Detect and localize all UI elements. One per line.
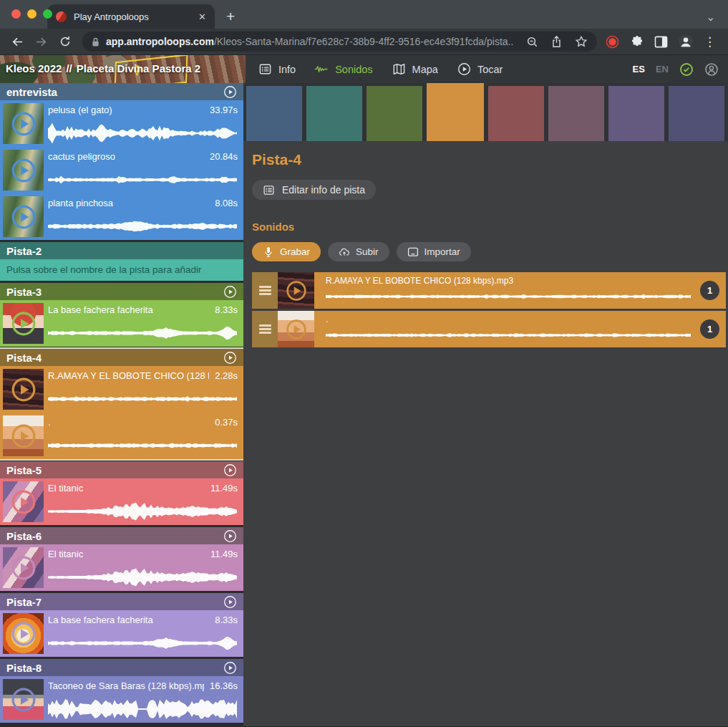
play-track-button[interactable] [223, 661, 237, 675]
account-icon[interactable] [704, 62, 719, 77]
play-track-button[interactable] [223, 85, 237, 99]
sound-waveform[interactable] [48, 216, 238, 237]
tab-search-chevron-icon[interactable]: ⌄ [706, 11, 715, 24]
nav-tocar[interactable]: Tocar [457, 62, 503, 76]
lang-es-button[interactable]: ES [633, 64, 645, 74]
sound-thumbnail[interactable] [3, 369, 44, 410]
browser-tab[interactable]: Play Antropoloops ✕ [47, 4, 215, 29]
sound-thumbnail[interactable] [3, 103, 44, 144]
drag-handle[interactable] [252, 311, 278, 347]
tab-close-icon[interactable]: ✕ [193, 11, 206, 22]
sound-item[interactable]: Taconeo de Sara Baras (128 kbps).mp316.3… [0, 676, 243, 723]
sound-item[interactable]: planta pinchosa8.08s [0, 193, 243, 240]
sound-waveform[interactable] [48, 632, 238, 654]
drag-handle[interactable] [252, 272, 278, 309]
forward-button[interactable] [29, 35, 53, 49]
sounds-heading: Sonidos [252, 221, 726, 233]
share-icon[interactable] [551, 35, 562, 48]
track-color-tab-7[interactable] [608, 86, 664, 141]
sound-item[interactable]: La base fachera facherita8.33s [0, 610, 243, 657]
sound-thumbnail[interactable] [3, 150, 44, 191]
sound-waveform[interactable] [48, 322, 238, 344]
profile-avatar[interactable] [676, 34, 695, 49]
play-track-button[interactable] [223, 529, 237, 543]
sound-waveform[interactable] [48, 567, 238, 588]
sound-thumbnail[interactable] [3, 679, 44, 720]
back-button[interactable] [6, 35, 29, 49]
sound-waveform[interactable] [326, 288, 691, 305]
play-overlay-icon [3, 613, 44, 654]
sound-thumbnail[interactable] [3, 415, 44, 456]
sound-item[interactable]: El titanic11.49s [0, 544, 243, 591]
nav-info[interactable]: Info [258, 62, 296, 76]
window-zoom-button[interactable] [43, 9, 52, 19]
sound-waveform[interactable] [48, 122, 238, 144]
sound-waveform[interactable] [48, 169, 238, 191]
track-header-pista-7[interactable]: Pista-7 [0, 593, 243, 610]
record-indicator-icon[interactable] [603, 35, 622, 49]
grabar-button[interactable]: Grabar [252, 242, 321, 261]
lang-en-button[interactable]: EN [656, 64, 669, 74]
panel-sound-row[interactable]: .1 [252, 311, 726, 347]
nav-sonidos[interactable]: Sonidos [315, 62, 372, 76]
sound-thumbnail[interactable] [278, 311, 314, 347]
importar-button[interactable]: Importar [397, 242, 471, 261]
play-track-button[interactable] [223, 285, 237, 299]
sound-waveform[interactable] [48, 698, 238, 720]
track-color-tab-5[interactable] [488, 86, 544, 141]
window-close-button[interactable] [11, 9, 21, 19]
track-header-pista-5[interactable]: Pista-5 [0, 461, 243, 478]
track-header-pista-3[interactable]: Pista-3 [0, 283, 243, 300]
address-bar[interactable]: app.antropoloops.com/Kleos-Santa-Marina/… [82, 32, 597, 52]
reload-button[interactable] [53, 35, 77, 48]
sound-info: La base fachera facherita8.33s [48, 610, 238, 657]
side-panel-icon[interactable] [651, 36, 671, 48]
bookmark-star-icon[interactable] [575, 35, 588, 48]
sound-item[interactable]: pelusa (el gato)33.97s [0, 100, 243, 147]
window-minimize-button[interactable] [27, 9, 37, 19]
edit-track-info-button[interactable]: Editar info de pista [252, 180, 376, 200]
play-track-button[interactable] [223, 595, 237, 609]
saved-check-icon [679, 62, 694, 77]
track-header-pista-4[interactable]: Pista-4 [0, 349, 243, 366]
nav-mapa[interactable]: Mapa [392, 62, 438, 76]
track-color-tab-3[interactable] [367, 86, 422, 141]
new-tab-button[interactable]: + [226, 9, 235, 24]
track-name: Pista-7 [6, 596, 42, 608]
sound-thumbnail[interactable] [278, 272, 314, 309]
track-color-tab-2[interactable] [306, 86, 362, 141]
track-header-entrevista[interactable]: entrevista [0, 83, 243, 100]
sound-body[interactable]: .1 [314, 311, 726, 347]
sound-waveform[interactable] [48, 501, 238, 522]
sound-thumbnail[interactable] [3, 547, 44, 588]
sound-waveform[interactable] [326, 327, 691, 344]
browser-menu-icon[interactable]: ⋮ [700, 34, 719, 49]
sound-item[interactable]: R.AMAYA Y EL BOBOTE CHICO (128 kbps)....… [0, 366, 243, 413]
sound-item[interactable]: .0.37s [0, 413, 243, 459]
extensions-puzzle-icon[interactable] [627, 35, 646, 48]
sound-thumbnail[interactable] [3, 303, 44, 344]
mic-icon [263, 246, 274, 258]
track-color-tab-8[interactable] [669, 86, 724, 141]
play-track-button[interactable] [223, 351, 237, 365]
track-header-pista-8[interactable]: Pista-8 [0, 659, 243, 676]
panel-sound-row[interactable]: R.AMAYA Y EL BOBOTE CHICO (128 kbps).mp3… [252, 272, 726, 309]
sound-thumbnail[interactable] [3, 196, 44, 237]
sound-item[interactable]: El titanic11.49s [0, 478, 243, 525]
subir-button[interactable]: Subir [328, 242, 389, 261]
track-color-tab-4[interactable] [427, 83, 484, 141]
track-color-tab-6[interactable] [548, 86, 604, 141]
sound-waveform[interactable] [48, 435, 238, 456]
sound-thumbnail[interactable] [3, 481, 44, 522]
sound-thumbnail[interactable] [3, 613, 44, 654]
sound-item[interactable]: cactus peligroso20.84s [0, 147, 243, 193]
track-color-tab-1[interactable] [246, 86, 302, 141]
sound-item[interactable]: La base fachera facherita8.33s [0, 300, 243, 347]
sound-waveform[interactable] [48, 388, 238, 410]
track-header-pista-2[interactable]: Pista-2 [0, 242, 243, 259]
play-track-button[interactable] [223, 463, 237, 477]
project-banner[interactable]: Kleos 2022//Placeta Divina Pastora 2 [0, 55, 246, 83]
zoom-out-icon[interactable] [526, 36, 538, 48]
sound-body[interactable]: R.AMAYA Y EL BOBOTE CHICO (128 kbps).mp3… [314, 272, 726, 309]
track-header-pista-6[interactable]: Pista-6 [0, 527, 243, 544]
